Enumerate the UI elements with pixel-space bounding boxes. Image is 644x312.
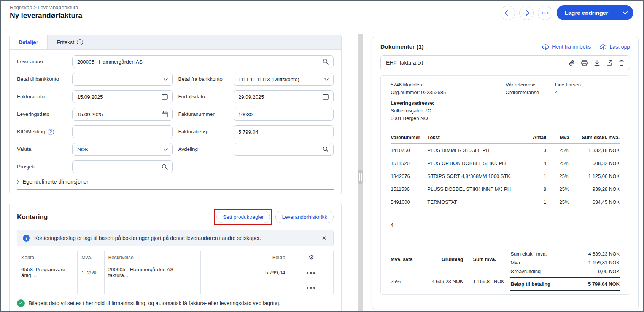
col-mva: Mva.: [77, 251, 104, 264]
fakturabelop-input[interactable]: 5 799,04: [234, 125, 334, 138]
fakturadato-input[interactable]: 15.09.2025: [72, 90, 173, 103]
org-number: Org.nummer: 922352585: [391, 89, 506, 96]
invoice-page-note: 4: [391, 222, 620, 228]
order-reference-value: 4: [555, 89, 558, 96]
item-qty: 8: [523, 182, 546, 195]
trash-icon[interactable]: [619, 60, 624, 66]
valuta-select[interactable]: NOK: [72, 143, 173, 156]
address-line: 5746 Modalen: [391, 81, 506, 89]
supplier-history-button[interactable]: Leverandørhistorikk: [275, 211, 334, 223]
back-button[interactable]: [501, 6, 515, 20]
item-text: PLUSS DOBBEL STIKK INNF M/J PH: [427, 182, 523, 195]
item-nr: 1342076: [391, 170, 427, 182]
item-qty: 1: [523, 195, 546, 208]
download-icon[interactable]: [594, 60, 600, 66]
divider-drag-handle[interactable]: [358, 170, 363, 184]
set-product-rules-button[interactable]: Sett produktregler: [216, 211, 270, 223]
cell-mva[interactable]: 1: 25%: [77, 264, 104, 281]
leverandor-input[interactable]: 200005 - Hammergården AS: [72, 55, 334, 68]
cell-beskrivelse[interactable]: 200005 - Hammergården AS - faktura...: [104, 264, 200, 281]
amount-due-label: Beløp til betaling: [510, 280, 550, 288]
avdeling-input[interactable]: [234, 143, 334, 156]
cell-belop[interactable]: 5 799,04: [200, 264, 289, 281]
fetch-from-inbox-link[interactable]: Hent fra innboks: [542, 44, 591, 50]
col-sum: Sum ekskl. mva.: [569, 134, 620, 144]
app-window: Regnskap > Leverandørfaktura Ny leverand…: [0, 0, 644, 312]
item-nr: 1511536: [391, 182, 427, 195]
fakturanummer-label: Fakturanummer: [178, 108, 234, 121]
gear-icon[interactable]: ⚙: [308, 254, 314, 261]
search-icon[interactable]: [323, 146, 329, 152]
valuta-value: NOK: [77, 147, 164, 152]
open-external-icon[interactable]: [606, 60, 612, 66]
info-banner: i Konteringsforslag er lagt til basert p…: [17, 230, 334, 246]
tab-fritekst[interactable]: Fritekst i: [48, 35, 92, 49]
document-filename: EHF_faktura.txt: [386, 60, 569, 66]
arrow-left-icon: [504, 10, 511, 16]
calendar-icon[interactable]: [323, 94, 329, 100]
kontering-table: Konto Mva. Beskrivelse Beløp ⚙ 6553: Pro…: [17, 251, 334, 294]
sum-excl-label: Sum ekskl. mva.: [510, 250, 547, 258]
save-button[interactable]: Lagre endringer: [557, 5, 617, 20]
row-menu-button[interactable]: ●●●: [306, 270, 316, 275]
item-nr: 5491000: [391, 195, 427, 208]
item-row: 1342076 STRIPS SORT 4,8*368MM 1000 STK 1…: [391, 170, 620, 182]
fakturabelop-label: Fakturabeløp: [178, 125, 234, 138]
search-icon[interactable]: [162, 164, 168, 170]
search-icon[interactable]: [323, 59, 329, 65]
document-actions: [569, 60, 624, 66]
print-icon[interactable]: [581, 60, 588, 66]
items-header-row: Varenummer Tekst Antall Mva Sum ekskl. m…: [391, 134, 620, 144]
betal-fra-select[interactable]: 1111 11 11113 (Driftskonto): [234, 73, 334, 86]
more-options-button[interactable]: [538, 6, 552, 20]
delivery-address-label: Leveringsadresse:: [391, 99, 506, 107]
betal-fra-label: Betal fra bankkonto: [178, 73, 234, 86]
col-settings: ⚙: [289, 251, 333, 264]
help-icon[interactable]: ?: [48, 129, 54, 135]
top-bar: Regnskap > Leverandørfaktura Ny leverand…: [1, 1, 643, 26]
kontering-title: Kontering: [17, 213, 214, 221]
vat-value: 1 159,81 NOK: [588, 258, 620, 267]
item-vat: 25%: [546, 182, 569, 195]
fakturadato-value: 15.09.2025: [77, 94, 162, 100]
chevron-right-icon: 〉: [17, 179, 19, 185]
tab-detaljer-label: Detaljer: [19, 39, 38, 45]
item-row: 1410750 PLUS DIMMER 315GLE PH 3 25% 1 33…: [391, 144, 620, 157]
row-menu-button[interactable]: ●●●: [306, 285, 316, 290]
item-vat: 25%: [546, 195, 569, 208]
forward-button[interactable]: [519, 6, 534, 20]
kid-input[interactable]: [72, 125, 173, 138]
custom-dimensions-toggle[interactable]: 〉 Egendefinerte dimensjoner: [17, 179, 334, 190]
calendar-icon[interactable]: [162, 94, 168, 100]
delivery-address-line2: 5001 Bergen NO: [391, 115, 506, 122]
cell-beskrivelse-empty[interactable]: [104, 281, 200, 294]
vat-base: 4 639,23 NOK: [419, 274, 463, 291]
tab-detaljer[interactable]: Detaljer: [10, 35, 48, 49]
forfallsdato-input[interactable]: 29.09.2025: [234, 90, 334, 103]
cell-konto[interactable]: 6553: Programvare årlig ...: [17, 264, 78, 281]
col-tekst: Tekst: [427, 134, 523, 144]
document-row[interactable]: EHF_faktura.txt: [380, 55, 630, 70]
close-icon[interactable]: ✕: [320, 235, 328, 242]
leveringsdato-input[interactable]: 15.09.2025: [72, 108, 173, 121]
calendar-icon[interactable]: [162, 111, 168, 117]
custom-dimensions-label: Egendefinerte dimensjoner: [22, 179, 88, 185]
fakturabelop-value: 5 799,04: [239, 129, 329, 135]
tab-strip: Detaljer Fritekst i: [10, 35, 341, 50]
rounding-value: 0,00 NOK: [598, 267, 620, 276]
prosjekt-input[interactable]: [72, 160, 173, 173]
col-konto: Konto: [17, 251, 78, 264]
col-belop: Beløp: [200, 251, 289, 264]
betal-til-select[interactable]: [72, 73, 173, 86]
invoice-form-panel: Detaljer Fritekst i Leverandør 200005 - …: [9, 35, 342, 312]
cell-konto-empty[interactable]: [17, 281, 78, 294]
cell-mva-empty[interactable]: [77, 281, 104, 294]
info-icon: i: [23, 235, 30, 242]
col-antall: Antall: [523, 134, 546, 144]
fakturanummer-input[interactable]: 10030: [234, 108, 334, 121]
col-beskrivelse: Beskrivelse: [104, 251, 200, 264]
upload-link[interactable]: Last opp: [600, 44, 630, 50]
paperclip-icon[interactable]: [569, 60, 575, 66]
save-dropdown-button[interactable]: [617, 5, 633, 20]
cell-belop-empty[interactable]: [200, 281, 289, 294]
